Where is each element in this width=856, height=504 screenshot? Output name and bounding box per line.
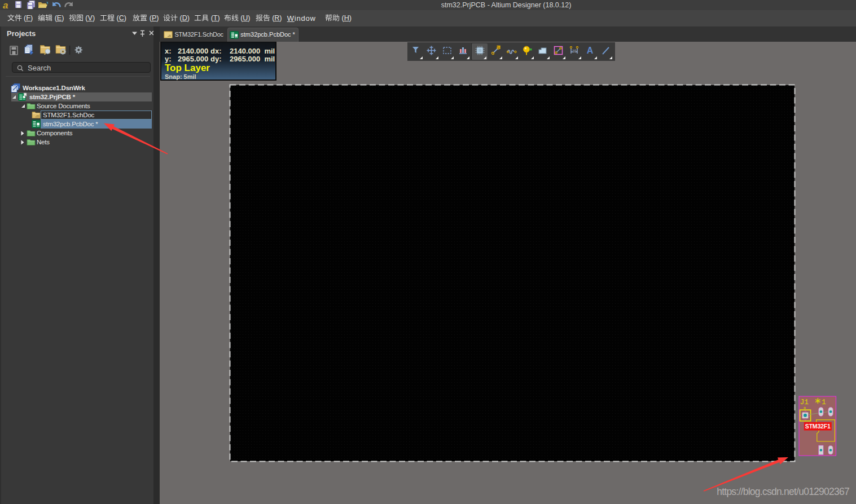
- svg-text:10: 10: [572, 48, 577, 52]
- svg-text:1: 1: [822, 398, 826, 406]
- svg-text:STM32F1: STM32F1: [805, 423, 831, 430]
- svg-text:A: A: [587, 46, 594, 55]
- svg-text:a: a: [3, 0, 8, 10]
- svg-text:J1: J1: [800, 398, 809, 406]
